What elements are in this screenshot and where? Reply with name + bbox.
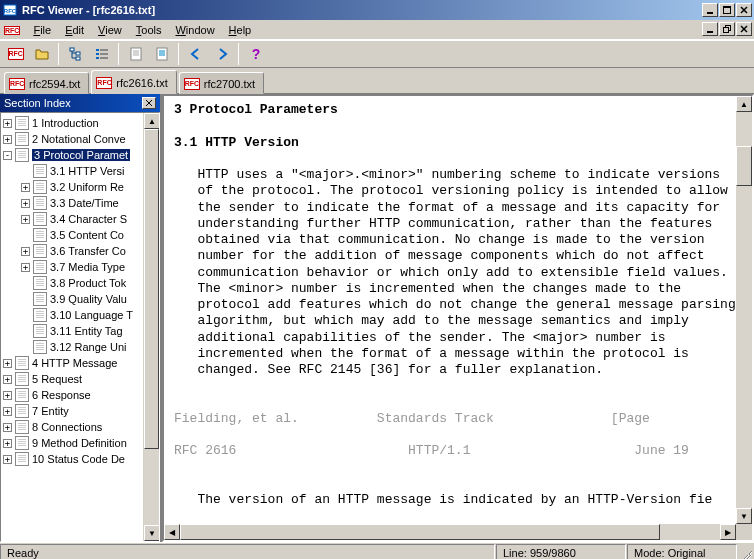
scroll-up-button[interactable]: ▲ (144, 113, 160, 129)
doc2-button[interactable] (150, 43, 173, 65)
tab-rfc2616[interactable]: RFC rfc2616.txt (91, 70, 176, 94)
scroll-right-button[interactable]: ▶ (720, 524, 736, 540)
tree-label: 6 Response (32, 389, 91, 401)
content-vscrollbar[interactable]: ▲ ▼ (736, 96, 752, 524)
svg-rect-18 (100, 53, 108, 55)
tree-node[interactable]: -3 Protocol Paramet (1, 147, 159, 163)
rfc-file-icon: RFC (184, 76, 200, 92)
scroll-down-button[interactable]: ▼ (736, 508, 752, 524)
tree-node[interactable]: +4 HTTP Message (1, 355, 159, 371)
tree-node[interactable]: +6 Response (1, 387, 159, 403)
tree-node[interactable]: +3.2 Uniform Re (1, 179, 159, 195)
mdi-minimize-button[interactable] (702, 22, 718, 36)
tree-node[interactable]: 3.5 Content Co (1, 227, 159, 243)
scroll-thumb[interactable] (736, 146, 752, 186)
tree-node[interactable]: 3.1 HTTP Versi (1, 163, 159, 179)
tree-node[interactable]: +7 Entity (1, 403, 159, 419)
tree-spacer (21, 311, 30, 320)
page-icon (15, 404, 29, 418)
expand-icon[interactable]: + (3, 391, 12, 400)
maximize-button[interactable] (719, 3, 735, 17)
menu-tools[interactable]: Tools (129, 22, 169, 38)
tree-node[interactable]: 3.11 Entity Tag (1, 323, 159, 339)
menu-file[interactable]: File (26, 22, 58, 38)
tree-node[interactable]: +2 Notational Conve (1, 131, 159, 147)
minimize-button[interactable] (702, 3, 718, 17)
close-button[interactable] (736, 3, 752, 17)
menubar: RFC File Edit View Tools Window Help (0, 20, 754, 40)
sidebar-close-button[interactable] (142, 97, 156, 109)
svg-rect-12 (70, 48, 74, 51)
scroll-thumb[interactable] (180, 524, 660, 540)
expand-icon[interactable]: + (3, 407, 12, 416)
tree-node[interactable]: +9 Method Definition (1, 435, 159, 451)
menu-edit[interactable]: Edit (58, 22, 91, 38)
resize-grip[interactable] (738, 545, 754, 560)
tree-node[interactable]: +1 Introduction (1, 115, 159, 131)
expand-icon[interactable]: + (3, 455, 12, 464)
main-area: Section Index +1 Introduction+2 Notation… (0, 94, 754, 542)
expand-icon[interactable]: + (3, 359, 12, 368)
sidebar: Section Index +1 Introduction+2 Notation… (0, 94, 162, 542)
expand-icon[interactable]: + (21, 199, 30, 208)
window-title: RFC Viewer - [rfc2616.txt] (22, 4, 701, 16)
tree-node[interactable]: +3.7 Media Type (1, 259, 159, 275)
tree-spacer (21, 343, 30, 352)
tree-label: 3.5 Content Co (50, 229, 124, 241)
tree-node[interactable]: +3.6 Transfer Co (1, 243, 159, 259)
svg-rect-19 (96, 57, 99, 59)
tree-node[interactable]: +5 Request (1, 371, 159, 387)
expand-icon[interactable]: + (3, 423, 12, 432)
tree-scrollbar[interactable]: ▲ ▼ (143, 113, 159, 541)
menu-help[interactable]: Help (222, 22, 259, 38)
help-button[interactable]: ? (244, 43, 267, 65)
scroll-thumb[interactable] (144, 129, 159, 449)
menu-window[interactable]: Window (168, 22, 221, 38)
forward-button[interactable] (210, 43, 233, 65)
scroll-down-button[interactable]: ▼ (144, 525, 160, 541)
open-rfc-button[interactable]: RFC (4, 43, 27, 65)
collapse-icon[interactable]: - (3, 151, 12, 160)
tree-node[interactable]: 3.9 Quality Valu (1, 291, 159, 307)
status-mode: Mode: Original (627, 544, 737, 560)
tree-button[interactable] (64, 43, 87, 65)
list-button[interactable] (90, 43, 113, 65)
sidebar-header: Section Index (0, 94, 160, 112)
expand-icon[interactable]: + (21, 263, 30, 272)
expand-icon[interactable]: + (21, 247, 30, 256)
expand-icon[interactable]: + (3, 375, 12, 384)
mdi-close-button[interactable] (736, 22, 752, 36)
document-text[interactable]: 3 Protocol Parameters 3.1 HTTP Version H… (164, 96, 752, 514)
tree-node[interactable]: 3.12 Range Uni (1, 339, 159, 355)
doc1-button[interactable] (124, 43, 147, 65)
tree-node[interactable]: +3.4 Character S (1, 211, 159, 227)
expand-icon[interactable]: + (3, 439, 12, 448)
expand-icon[interactable]: + (3, 135, 12, 144)
svg-rect-20 (100, 57, 108, 59)
tree-label: 3.7 Media Type (50, 261, 125, 273)
mdi-restore-button[interactable] (719, 22, 735, 36)
section-tree[interactable]: +1 Introduction+2 Notational Conve-3 Pro… (0, 112, 160, 542)
tab-rfc2700[interactable]: RFC rfc2700.txt (179, 72, 264, 94)
tree-node[interactable]: +3.3 Date/Time (1, 195, 159, 211)
menu-view[interactable]: View (91, 22, 129, 38)
tree-label: 3.8 Product Tok (50, 277, 126, 289)
tree-node[interactable]: 3.10 Language T (1, 307, 159, 323)
open-file-button[interactable] (30, 43, 53, 65)
tree-node[interactable]: 3.8 Product Tok (1, 275, 159, 291)
tree-node[interactable]: +10 Status Code De (1, 451, 159, 467)
scroll-corner (736, 524, 752, 540)
scroll-left-button[interactable]: ◀ (164, 524, 180, 540)
statusbar: Ready Line: 959/9860 Mode: Original (0, 542, 754, 559)
tab-rfc2594[interactable]: RFC rfc2594.txt (4, 72, 89, 94)
scroll-up-button[interactable]: ▲ (736, 96, 752, 112)
tree-label: 3.6 Transfer Co (50, 245, 126, 257)
back-button[interactable] (184, 43, 207, 65)
expand-icon[interactable]: + (21, 215, 30, 224)
tree-node[interactable]: +8 Connections (1, 419, 159, 435)
page-icon (33, 196, 47, 210)
expand-icon[interactable]: + (3, 119, 12, 128)
expand-icon[interactable]: + (21, 183, 30, 192)
content-hscrollbar[interactable]: ◀ ▶ (164, 524, 736, 540)
mdi-icon[interactable]: RFC (4, 23, 20, 36)
